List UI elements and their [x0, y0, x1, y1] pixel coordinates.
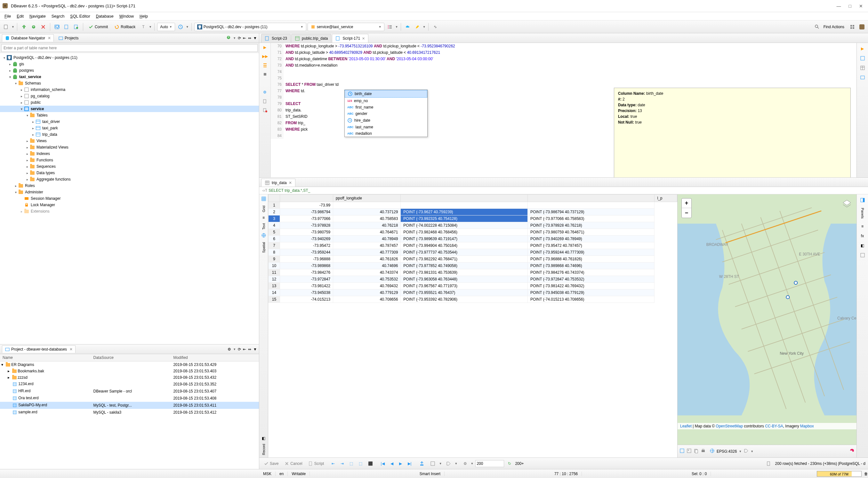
- proj-gear-icon[interactable]: ⚙: [227, 347, 231, 352]
- import-icon[interactable]: [428, 460, 437, 467]
- autocomplete-item[interactable]: ABCgender: [345, 111, 427, 117]
- tab-project[interactable]: Project - dbeaver-test-databases✕: [2, 346, 75, 353]
- next-icon[interactable]: ▶: [397, 460, 404, 467]
- tab-projects[interactable]: Projects: [56, 35, 81, 41]
- rail-run-icon[interactable]: ▶: [859, 45, 866, 53]
- nav-icon-4[interactable]: ⬚: [357, 460, 364, 467]
- export-icon[interactable]: [262, 107, 268, 113]
- sql-recent-icon[interactable]: [72, 23, 80, 31]
- map-globe-icon[interactable]: [710, 448, 715, 454]
- nav-refresh-icon[interactable]: ⟳: [238, 36, 241, 40]
- grid-row[interactable]: 1-73.99: [269, 202, 677, 209]
- tree-folder[interactable]: ▸Functions: [0, 157, 259, 163]
- clip-icon[interactable]: [262, 98, 268, 104]
- project-row[interactable]: Ora test.erd2019-08-15 23:01:53.408: [0, 395, 259, 402]
- grid-row[interactable]: 14-73.94503840.779129POINT (-73.955521 4…: [269, 290, 677, 296]
- grid-row[interactable]: 3-73.97706640.758583POINT (-73.992325 40…: [269, 215, 677, 222]
- layers-icon[interactable]: [841, 198, 852, 210]
- menu-window[interactable]: Window: [117, 12, 136, 20]
- fetch-icon[interactable]: [764, 460, 773, 467]
- highlight-icon[interactable]: [413, 23, 422, 31]
- nav-icon-3[interactable]: ⬚: [348, 460, 355, 467]
- tree-folder[interactable]: ▸Data types: [0, 170, 259, 176]
- tree-table-driver[interactable]: ▸taxi_driver: [0, 118, 259, 125]
- panels-icon-1[interactable]: [859, 196, 866, 204]
- menu-navigate[interactable]: Navigate: [27, 12, 48, 20]
- project-row[interactable]: HR.erdDBeaver Sample - orcl2019-08-15 23…: [0, 388, 259, 395]
- grid-column-header[interactable]: l_p: [654, 195, 677, 202]
- run-script-icon[interactable]: ▶▶: [262, 53, 268, 60]
- grid-row[interactable]: 12-73.97284740.753532POINT (-73.963058 4…: [269, 276, 677, 283]
- gear-icon[interactable]: ⚙: [262, 89, 268, 95]
- find-actions[interactable]: Find Actions: [821, 25, 847, 29]
- panels-icon-4[interactable]: ◧: [859, 242, 866, 249]
- autocomplete-item[interactable]: birth_date: [345, 90, 427, 98]
- grid-row[interactable]: 6-73.94026940.78949POINT (-73.989639 40.…: [269, 236, 677, 242]
- menu-help[interactable]: Help: [137, 12, 150, 20]
- nav-link-icon[interactable]: ⇔: [248, 36, 251, 40]
- autocomplete-item[interactable]: ABClast_name: [345, 124, 427, 130]
- proj-collapse-icon[interactable]: ⇤: [243, 347, 246, 352]
- tree-folder[interactable]: ▸Aggregate functions: [0, 176, 259, 182]
- tree-session-mgr[interactable]: Session Manager: [0, 195, 259, 202]
- map-copy-icon[interactable]: [693, 448, 699, 454]
- tree-schema-catalog[interactable]: ▸pg_catalog: [0, 93, 259, 99]
- heap-monitor[interactable]: 60M of 77M: [817, 471, 862, 477]
- auto-commit-combo[interactable]: Auto▼: [157, 23, 175, 31]
- autocomplete-item[interactable]: ABCfirst_name: [345, 104, 427, 111]
- tree-folder[interactable]: ▸Indexes: [0, 150, 259, 157]
- tree-roles[interactable]: ▸Roles: [0, 182, 259, 189]
- tree-table-park[interactable]: ▸taxi_park: [0, 125, 259, 131]
- autocomplete-item[interactable]: ABCmedallion: [345, 130, 427, 137]
- grid-row[interactable]: 15-74.01521340.708656POINT (-73.953392 4…: [269, 296, 677, 303]
- grid-row[interactable]: 13-73.98142240.769432POINT (-73.967567 4…: [269, 283, 677, 290]
- link-icon[interactable]: [431, 23, 439, 31]
- save-button[interactable]: Save: [262, 460, 280, 467]
- rail-table-icon[interactable]: [859, 64, 866, 72]
- editor-tab[interactable]: public.trip_data: [291, 34, 331, 42]
- tree-db-gis[interactable]: ▸gis: [0, 61, 259, 67]
- tree-schema-info[interactable]: ▸information_schema: [0, 86, 259, 93]
- grid-row[interactable]: 10-73.98986840.74696POINT (-73.977852 40…: [269, 263, 677, 269]
- nav-collapse-icon[interactable]: ⇤: [243, 36, 246, 40]
- zoom-in-button[interactable]: +: [682, 199, 691, 208]
- close-button[interactable]: ✕: [859, 3, 863, 9]
- tree-administer[interactable]: ▾Administer: [0, 189, 259, 195]
- proj-link-icon[interactable]: ⇔: [248, 347, 251, 352]
- refresh-footer-icon[interactable]: ↻: [506, 460, 513, 467]
- tree-schemas[interactable]: ▾Schemas: [0, 80, 259, 86]
- menu-sql-editor[interactable]: SQL Editor: [67, 12, 93, 20]
- project-row[interactable]: ▸ Bookmarks.bak2019-08-15 23:01:53.403: [0, 368, 259, 374]
- dbeaver-icon[interactable]: [858, 23, 866, 31]
- menu-edit[interactable]: Edit: [14, 12, 26, 20]
- panels-icon-2[interactable]: ≡: [859, 222, 866, 230]
- map-view[interactable]: New York City W 28TH ST E 30TH AVE BROAD…: [678, 195, 857, 445]
- sql-new-icon[interactable]: [62, 23, 71, 31]
- panels-icon-3[interactable]: fx: [859, 232, 866, 240]
- tree-lock-mgr[interactable]: Lock Manager: [0, 202, 259, 208]
- export-icon-2[interactable]: [417, 460, 426, 467]
- editor-tab[interactable]: Script-171✕: [332, 34, 368, 42]
- grid-row[interactable]: 11-73.98427640.743374POINT (-73.981331 4…: [269, 269, 677, 276]
- grid-row[interactable]: 8-73.95924440.777309POINT (-73.977737 40…: [269, 249, 677, 256]
- grid-column-header[interactable]: [280, 195, 333, 202]
- nav-icon-2[interactable]: ⇥: [339, 460, 346, 467]
- rollback-button[interactable]: Rollback: [112, 23, 138, 31]
- tx-icon[interactable]: T: [139, 23, 148, 31]
- panels-icon-5[interactable]: [859, 251, 866, 259]
- prev-icon[interactable]: ◀: [389, 460, 395, 467]
- rail-sql-icon[interactable]: [859, 54, 866, 62]
- proj-col-name[interactable]: Name: [0, 354, 91, 361]
- record-view-icon[interactable]: ◧: [262, 436, 265, 441]
- grid-row[interactable]: 4-73.97892840.76218POINT (-74.002228 40.…: [269, 222, 677, 229]
- nav-icon-5[interactable]: ⬛: [366, 460, 375, 467]
- tree-folder[interactable]: ▸Views: [0, 138, 259, 144]
- tree-extensions[interactable]: ▸Extensions: [0, 208, 259, 214]
- tree-folder[interactable]: ▸Sequences: [0, 163, 259, 170]
- results-tab-trip-data[interactable]: trip_data✕: [261, 179, 296, 187]
- nav-add-icon[interactable]: +: [226, 35, 231, 41]
- tree-db-taxi[interactable]: ▾taxi_service: [0, 73, 259, 80]
- grid-column-header[interactable]: [527, 195, 654, 202]
- menu-search[interactable]: Search: [49, 12, 67, 20]
- tree-folder[interactable]: ▸Materialized Views: [0, 144, 259, 150]
